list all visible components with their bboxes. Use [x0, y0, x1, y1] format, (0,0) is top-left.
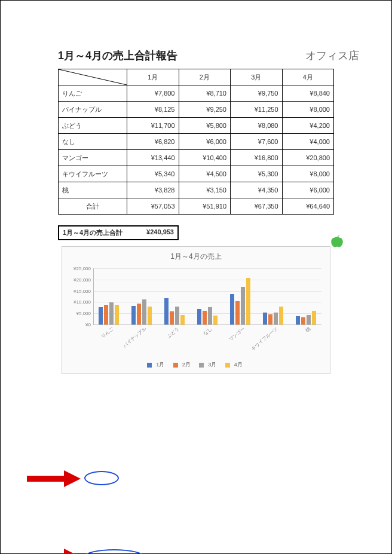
- bar: [197, 309, 201, 325]
- col-header: 2月: [179, 69, 231, 85]
- header-blank-diagonal: [59, 69, 127, 85]
- bar: [104, 305, 108, 325]
- cell: ¥6,820: [127, 134, 179, 150]
- cell: ¥9,250: [179, 102, 231, 118]
- cell: ¥4,000: [282, 134, 334, 150]
- bar: [263, 313, 267, 325]
- ytick-label: ¥0: [65, 322, 91, 327]
- legend-label: 3月: [208, 362, 216, 368]
- xtick-label: ぶどう: [166, 326, 180, 340]
- cell: ¥5,300: [231, 166, 283, 182]
- cell: ¥8,125: [127, 102, 179, 118]
- legend-item: 1月: [147, 362, 167, 368]
- legend-item: 2月: [173, 362, 193, 368]
- table-total-row: 合計 ¥57,053 ¥51,910 ¥67,350 ¥64,640: [59, 198, 334, 215]
- table-row: 桃 ¥3,828 ¥3,150 ¥4,350 ¥6,000: [59, 182, 334, 198]
- row-name: マンゴー: [59, 150, 127, 166]
- bar: [137, 304, 141, 325]
- ytick-label: ¥10,000: [65, 299, 91, 305]
- bar: [109, 302, 114, 325]
- table-header-row: 1月 2月 3月 4月: [59, 69, 334, 85]
- cell: ¥4,350: [231, 182, 283, 198]
- cell: ¥6,000: [282, 182, 334, 198]
- row-name: ぶどう: [59, 118, 127, 134]
- bar: [99, 307, 103, 325]
- bar: [279, 307, 283, 325]
- cell: ¥8,080: [231, 118, 283, 134]
- grand-total-value: ¥240,953: [146, 228, 174, 237]
- col-header: 4月: [282, 69, 334, 85]
- bar: [131, 306, 136, 325]
- bar: [246, 278, 250, 325]
- legend-label: 2月: [182, 362, 191, 368]
- bar: [268, 314, 272, 325]
- cell: ¥5,340: [127, 166, 179, 182]
- cell: ¥8,000: [282, 102, 334, 118]
- total-cell: ¥64,640: [282, 198, 334, 215]
- cell: ¥8,710: [179, 85, 231, 102]
- apple-icon: [329, 232, 345, 248]
- legend-label: 1月: [156, 362, 164, 368]
- highlight-circle: [84, 471, 119, 485]
- cell: ¥8,840: [282, 85, 334, 102]
- ytick-label: ¥25,000: [65, 266, 91, 271]
- bar: [213, 316, 218, 325]
- table-row: なし ¥6,820 ¥6,000 ¥7,600 ¥4,000: [59, 134, 334, 150]
- total-label: 合計: [59, 198, 127, 215]
- table-body: りんご ¥7,800 ¥8,710 ¥9,750 ¥8,840 パイナップル ¥…: [59, 85, 334, 215]
- legend-item: 4月: [225, 362, 245, 368]
- sales-table: 1月 2月 3月 4月 りんご ¥7,800 ¥8,710 ¥9,750 ¥8,…: [58, 69, 334, 215]
- bar: [148, 307, 152, 325]
- cell: ¥20,800: [282, 150, 334, 166]
- xtick-label: パイナップル: [122, 326, 148, 349]
- bar: [296, 316, 300, 325]
- bar: [301, 317, 305, 325]
- bar: [241, 287, 245, 325]
- row-name: りんご: [59, 85, 127, 102]
- bar: [203, 311, 207, 325]
- chart-legend: 1月 2月 3月 4月: [62, 361, 330, 369]
- legend-item: 3月: [199, 362, 219, 368]
- cell: ¥16,800: [231, 150, 283, 166]
- ytick-label: ¥20,000: [65, 277, 91, 282]
- chart-title: 1月～4月の売上: [62, 252, 330, 262]
- chart-plot-area: りんごパイナップルぶどうなしマンゴーキウイフルーツ桃: [93, 268, 321, 325]
- cell: ¥3,150: [179, 182, 231, 198]
- report-title: 1月～4月の売上合計報告: [58, 48, 177, 63]
- cell: ¥4,200: [282, 118, 334, 134]
- chart-bar-groups: りんごパイナップルぶどうなしマンゴーキウイフルーツ桃: [94, 268, 321, 325]
- document-page: 1月～4月の売上合計報告 オフィス店 1月 2月 3月 4月 りんご ¥7,80…: [0, 0, 392, 554]
- bar: [175, 307, 179, 325]
- ytick-label: ¥15,000: [65, 288, 91, 293]
- xtick-label: キウイフルーツ: [249, 326, 279, 352]
- cell: ¥7,800: [127, 85, 179, 102]
- xtick-label: マンゴー: [228, 326, 247, 343]
- bar: [170, 311, 174, 325]
- row-name: パイナップル: [59, 102, 127, 118]
- ytick-label: ¥5,000: [65, 311, 91, 316]
- svg-line-0: [59, 69, 127, 85]
- total-cell: ¥57,053: [127, 198, 179, 215]
- table-row: りんご ¥7,800 ¥8,710 ¥9,750 ¥8,840: [59, 85, 334, 102]
- cell: ¥6,000: [179, 134, 231, 150]
- xtick-label: 桃: [304, 326, 312, 334]
- cell: ¥3,828: [127, 182, 179, 198]
- shop-name: オフィス店: [305, 48, 359, 63]
- arrow-icon: [27, 471, 83, 485]
- cell: ¥10,400: [179, 150, 231, 166]
- cell: ¥7,600: [231, 134, 283, 150]
- cell: ¥11,250: [231, 102, 283, 118]
- total-cell: ¥67,350: [231, 198, 283, 215]
- row-name: キウイフルーツ: [59, 166, 127, 182]
- bar: [312, 311, 316, 325]
- cell: ¥5,800: [179, 118, 231, 134]
- sales-chart: 1月～4月の売上 ¥0¥5,000¥10,000¥15,000¥20,000¥2…: [62, 246, 330, 374]
- bar: [230, 294, 234, 325]
- highlight-circle: [84, 549, 144, 554]
- xtick-label: りんご: [100, 326, 115, 340]
- cell: ¥9,750: [231, 85, 283, 102]
- cell: ¥8,000: [282, 166, 334, 182]
- bar: [142, 299, 146, 325]
- bar: [274, 313, 278, 325]
- legend-label: 4月: [234, 362, 243, 368]
